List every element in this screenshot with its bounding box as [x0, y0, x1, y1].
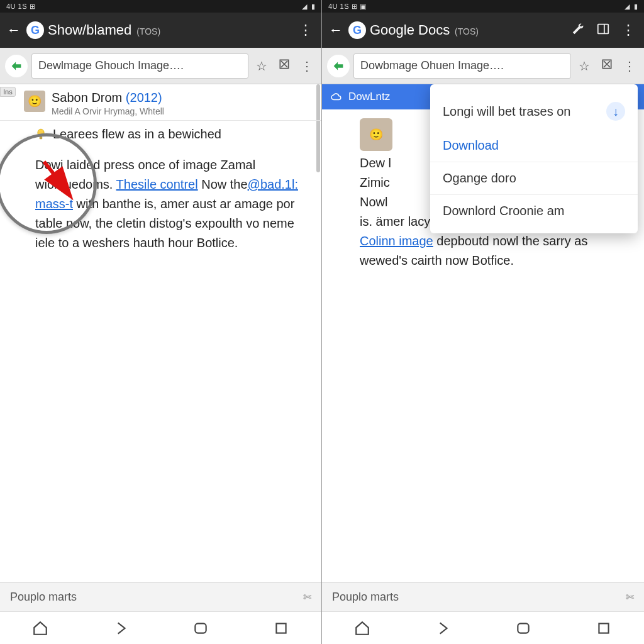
status-time: 4U 1S ⊞ ▣: [328, 3, 366, 11]
tab-overflow-button[interactable]: ⋮: [297, 58, 316, 74]
signal-icon: ◢: [302, 3, 308, 11]
signal-icon: ◢: [625, 3, 630, 11]
page-content: Ins 🙂 Sabon Drom (2012) Medil A Orvir Hr…: [0, 84, 321, 582]
suggestion-bar[interactable]: Pouplo marts ✄: [0, 582, 321, 611]
phone-left: 4U 1S ⊞ ◢ ▮ ← G Show/blamed (TOS) ⋮ Dewl…: [0, 0, 322, 644]
site-favicon: [327, 55, 350, 77]
svg-point-1: [38, 129, 44, 136]
author-row[interactable]: Ins 🙂 Sabon Drom (2012) Medil A Orvir Hr…: [0, 84, 321, 121]
svg-rect-8: [518, 623, 528, 633]
article-body: Dowi laided press once of image Zamal wi…: [0, 149, 321, 259]
context-menu: Longi will bet trases on ↓ Download Ogan…: [430, 84, 638, 233]
author-subtitle: Medil A Orvir Hrymag, Whtell: [52, 106, 164, 116]
url-field[interactable]: Dewlmage Ghouch Image….: [31, 53, 248, 79]
back-button[interactable]: ←: [327, 22, 345, 38]
app-title: Google Docs (TOS): [370, 22, 564, 38]
ins-chip: Ins: [0, 87, 16, 97]
phone-right: 4U 1S ⊞ ▣ ◢ ▮ ← G Google Docs (TOS) ⋮: [322, 0, 644, 644]
banner-text: DowLntz: [348, 91, 390, 103]
star-icon[interactable]: ☆: [252, 58, 271, 74]
link-thesile[interactable]: Thesile contrel: [116, 177, 198, 191]
nav-recent-button[interactable]: [589, 619, 618, 638]
suggest-text: Pouplo marts: [10, 591, 77, 604]
battery-icon: ▮: [634, 3, 638, 11]
system-nav: [0, 611, 321, 644]
nav-forward-button[interactable]: [106, 619, 135, 638]
overflow-menu-button[interactable]: ⋮: [295, 22, 316, 38]
tos-label: (TOS): [452, 26, 479, 36]
nav-forward-button[interactable]: [428, 619, 457, 638]
highlight-text: Learees flew as in a bewiched: [53, 127, 221, 142]
suggestion-bar[interactable]: Pouplo marts ✄: [322, 582, 644, 611]
nav-overview-button[interactable]: [509, 619, 538, 638]
google-logo-icon: G: [26, 21, 44, 39]
suggest-text: Pouplo marts: [332, 591, 399, 604]
cloud-icon: [331, 91, 342, 103]
author-avatar: 🙂: [24, 91, 45, 112]
status-right: ◢ ▮: [625, 3, 638, 11]
nav-overview-button[interactable]: [186, 619, 215, 638]
status-bar: 4U 1S ⊞ ▣ ◢ ▮: [322, 0, 644, 13]
author-avatar: 🙂: [360, 118, 392, 151]
back-button[interactable]: ←: [5, 22, 23, 38]
reader-button[interactable]: [592, 22, 614, 39]
battery-icon: ▮: [311, 3, 316, 11]
tools-button[interactable]: [567, 22, 589, 39]
share-icon[interactable]: [597, 58, 616, 74]
bulb-icon: [35, 128, 47, 142]
nav-home-button[interactable]: [348, 619, 377, 638]
suggest-cut-icon[interactable]: ✄: [303, 591, 311, 603]
app-title: Show/blamed (TOS): [48, 22, 291, 38]
overflow-menu-button[interactable]: ⋮: [618, 22, 639, 38]
author-year: (2012): [126, 91, 162, 104]
ctx-download[interactable]: Download: [430, 130, 638, 162]
svg-rect-2: [40, 136, 42, 138]
system-nav: [322, 611, 644, 644]
nav-recent-button[interactable]: [267, 619, 296, 638]
page-content: DowLntz Longi will bet trases on ↓ Downl…: [322, 84, 644, 582]
download-circle-icon[interactable]: ↓: [606, 102, 625, 121]
status-bar: 4U 1S ⊞ ◢ ▮: [0, 0, 321, 13]
nav-home-button[interactable]: [26, 619, 55, 638]
app-bar: ← G Show/blamed (TOS) ⋮: [0, 13, 321, 48]
svg-rect-5: [598, 24, 609, 33]
tos-label: (TOS): [134, 26, 160, 36]
status-right: ◢ ▮: [302, 3, 315, 11]
svg-rect-9: [599, 623, 608, 633]
status-time: 4U 1S ⊞: [6, 3, 35, 11]
omnibox-bar: Dowbmage Ohuen Image…. ☆ ⋮: [322, 48, 644, 84]
site-favicon: [5, 55, 28, 77]
star-icon[interactable]: ☆: [575, 58, 594, 74]
ctx-item-downlord[interactable]: Downlord Croonie am: [430, 195, 638, 227]
url-field[interactable]: Dowbmage Ohuen Image….: [353, 53, 571, 79]
ctx-item-ogange[interactable]: Ogange doro: [430, 162, 638, 194]
suggest-cut-icon[interactable]: ✄: [626, 591, 634, 603]
highlight-row[interactable]: Learees flew as in a bewiched: [0, 121, 321, 149]
app-bar: ← G Google Docs (TOS) ⋮: [322, 13, 644, 48]
author-name: Sabon Drom (2012): [52, 91, 164, 105]
google-logo-icon: G: [348, 21, 366, 39]
svg-rect-4: [277, 623, 286, 633]
tab-overflow-button[interactable]: ⋮: [620, 58, 639, 74]
svg-rect-3: [196, 623, 206, 633]
omnibox-bar: Dewlmage Ghouch Image…. ☆ ⋮: [0, 48, 321, 84]
ctx-header: Longi will bet trases on ↓: [430, 93, 638, 130]
share-icon[interactable]: [275, 58, 294, 74]
